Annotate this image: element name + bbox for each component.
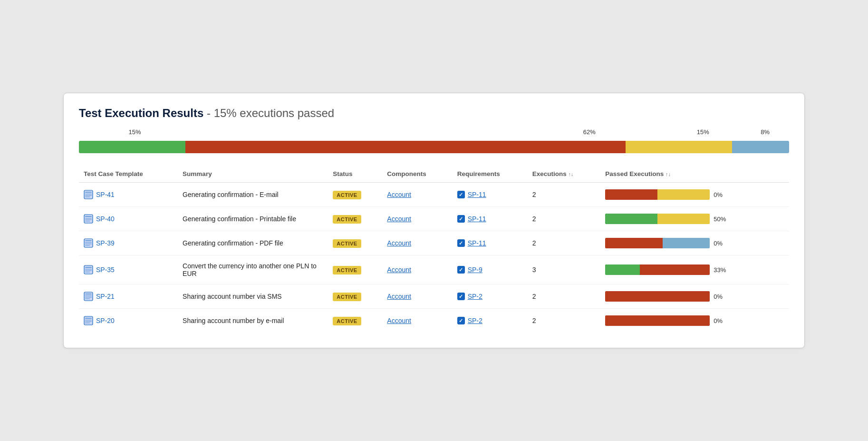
- req-link[interactable]: SP-11: [468, 191, 486, 198]
- table-header-row: Test Case Template Summary Status Compon…: [79, 167, 789, 183]
- mini-bar-wrap: 0%: [605, 291, 784, 302]
- req-checkbox: [457, 215, 465, 223]
- executions-count: 2: [532, 215, 536, 223]
- req-link[interactable]: SP-2: [468, 317, 482, 324]
- req-checkbox: [457, 266, 465, 274]
- bar-segment: [657, 214, 710, 224]
- progress-labels: 15% 62% 15% 8%: [79, 128, 789, 139]
- component-link[interactable]: Account: [387, 239, 411, 247]
- template-id: SP-40: [96, 215, 115, 223]
- svg-rect-14: [85, 245, 90, 246]
- req-checkbox: [457, 191, 465, 198]
- bar-yellow: [626, 141, 732, 153]
- cell-status: ACTIVE: [328, 207, 382, 231]
- status-badge: ACTIVE: [333, 215, 361, 224]
- template-link[interactable]: SP-35: [84, 265, 173, 274]
- cell-passed-executions: 33%: [600, 255, 789, 284]
- svg-rect-23: [85, 297, 92, 298]
- cell-requirements: SP-11: [453, 207, 528, 231]
- bar-blue: [732, 141, 789, 153]
- progress-bar: [79, 141, 789, 153]
- svg-rect-5: [84, 215, 93, 223]
- cell-component: Account: [382, 231, 452, 255]
- svg-rect-20: [84, 292, 93, 301]
- cell-executions: 2: [528, 231, 600, 255]
- executions-sort-icon: ↑↓: [569, 171, 574, 177]
- table-row: SP-40 Generating confirmation - Printabl…: [79, 207, 789, 231]
- svg-rect-24: [85, 298, 90, 299]
- req-link[interactable]: SP-11: [468, 239, 486, 247]
- passed-pct-label: 0%: [714, 191, 727, 198]
- svg-rect-7: [85, 218, 92, 219]
- label-red: 62%: [583, 128, 596, 136]
- th-executions[interactable]: Executions ↑↓: [528, 167, 600, 183]
- component-link[interactable]: Account: [387, 293, 411, 300]
- svg-rect-19: [85, 272, 90, 273]
- cell-summary: Sharing account number by e-mail: [178, 309, 328, 333]
- req-checkbox: [457, 293, 465, 300]
- template-id: SP-21: [96, 293, 115, 300]
- template-link[interactable]: SP-41: [84, 190, 173, 199]
- component-link[interactable]: Account: [387, 191, 411, 198]
- svg-rect-2: [85, 194, 92, 195]
- table-row: SP-41 Generating confirmation - E-mailAC…: [79, 183, 789, 207]
- template-id: SP-35: [96, 266, 115, 274]
- template-link[interactable]: SP-21: [84, 292, 173, 301]
- req-link[interactable]: SP-2: [468, 293, 482, 300]
- bar-segment: [605, 315, 710, 326]
- req-cell: SP-9: [457, 266, 523, 274]
- svg-rect-25: [84, 316, 93, 325]
- req-link[interactable]: SP-11: [468, 215, 486, 223]
- title-bold: Test Execution Results: [79, 107, 203, 119]
- passed-pct-label: 0%: [714, 317, 727, 324]
- cell-summary: Sharing account number via SMS: [178, 284, 328, 309]
- bar-segment: [605, 189, 657, 200]
- title-subtitle: - 15% executions passed: [207, 107, 334, 119]
- cell-passed-executions: 50%: [600, 207, 789, 231]
- summary-text: Generating confirmation - Printable file: [183, 215, 296, 223]
- component-link[interactable]: Account: [387, 317, 411, 324]
- cell-status: ACTIVE: [328, 231, 382, 255]
- summary-text: Generating confirmation - E-mail: [183, 191, 279, 198]
- component-link[interactable]: Account: [387, 266, 411, 274]
- req-cell: SP-2: [457, 293, 523, 300]
- template-link[interactable]: SP-39: [84, 238, 173, 248]
- th-passed[interactable]: Passed Executions ↑↓: [600, 167, 789, 183]
- svg-rect-4: [85, 196, 90, 197]
- bar-segment: [605, 291, 710, 302]
- cell-template: SP-20: [79, 309, 178, 333]
- cell-template: SP-35: [79, 255, 178, 284]
- th-status: Status: [328, 167, 382, 183]
- svg-rect-8: [85, 219, 92, 220]
- cell-executions: 3: [528, 255, 600, 284]
- req-cell: SP-11: [457, 239, 523, 247]
- executions-count: 3: [532, 266, 536, 274]
- status-badge: ACTIVE: [333, 317, 361, 325]
- svg-rect-22: [85, 295, 92, 296]
- svg-rect-9: [85, 221, 90, 222]
- passed-pct-label: 0%: [714, 293, 727, 300]
- cell-passed-executions: 0%: [600, 309, 789, 333]
- component-link[interactable]: Account: [387, 215, 411, 223]
- req-link[interactable]: SP-9: [468, 266, 482, 274]
- svg-rect-13: [85, 244, 92, 245]
- label-yellow: 15%: [697, 128, 709, 136]
- mini-bar-wrap: 0%: [605, 189, 784, 200]
- mini-bar: [605, 214, 710, 224]
- svg-rect-12: [85, 242, 92, 243]
- cell-summary: Generating confirmation - Printable file: [178, 207, 328, 231]
- template-link[interactable]: SP-20: [84, 316, 173, 325]
- cell-executions: 2: [528, 309, 600, 333]
- cell-component: Account: [382, 183, 452, 207]
- svg-rect-11: [85, 240, 92, 241]
- template-link[interactable]: SP-40: [84, 214, 173, 224]
- svg-rect-27: [85, 320, 92, 321]
- summary-text: Sharing account number via SMS: [183, 293, 282, 300]
- status-badge: ACTIVE: [333, 239, 361, 248]
- bar-red: [185, 141, 626, 153]
- cell-status: ACTIVE: [328, 255, 382, 284]
- cell-component: Account: [382, 309, 452, 333]
- mini-bar: [605, 291, 710, 302]
- req-cell: SP-11: [457, 191, 523, 198]
- executions-count: 2: [532, 317, 536, 324]
